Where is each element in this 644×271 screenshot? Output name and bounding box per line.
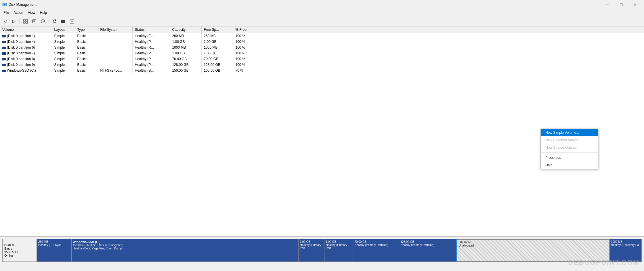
svg-rect-14	[61, 21, 65, 22]
properties-button[interactable]	[30, 17, 38, 25]
svg-rect-15	[61, 22, 65, 23]
col-extra	[256, 26, 644, 33]
cell-layout: Simple	[52, 39, 75, 45]
cell-type: Basic	[75, 50, 98, 56]
cell-layout: Simple	[52, 45, 75, 50]
col-status[interactable]: Status	[132, 26, 170, 33]
volume-icon	[2, 41, 6, 43]
table-row[interactable]: (Disk 0 partition 6) Simple Basic Health…	[0, 45, 644, 50]
menu-help[interactable]: Help	[38, 10, 49, 15]
cell-pctfree: 100 %	[233, 45, 256, 50]
volume-icon	[2, 52, 6, 55]
cell-extra	[256, 56, 644, 62]
partition-p8-size: 1.00 GB	[326, 240, 351, 243]
partition-recovery-size: 1000 MB	[611, 240, 640, 243]
settings-icon	[61, 19, 66, 24]
col-volume[interactable]: Volume	[0, 26, 52, 33]
table-row[interactable]: (Disk 0 partition 8) Simple Basic Health…	[0, 56, 644, 62]
volume-table: Volume Layout Type File System Status Ca…	[0, 26, 644, 73]
context-new-spanned: New Spanned Volume...	[541, 136, 598, 144]
context-new-striped: New Striped Volume...	[541, 144, 598, 151]
show-volume-button[interactable]	[22, 17, 30, 25]
maximize-button[interactable]: □	[615, 1, 628, 9]
menu-view[interactable]: View	[26, 10, 38, 15]
disk-area: Disk 0 Basic 953.85 GB Online 260 MB Hea…	[0, 236, 644, 271]
cell-extra	[256, 39, 644, 45]
cell-free: 128.00 GB	[201, 62, 233, 68]
col-filesystem[interactable]: File System	[98, 26, 132, 33]
cell-filesystem	[98, 45, 132, 50]
minimize-button[interactable]: ─	[601, 1, 614, 9]
partition-p8[interactable]: 1.00 GB Healthy (Primary Part	[324, 239, 353, 262]
refresh-button[interactable]	[51, 17, 59, 25]
volume-icon	[2, 70, 6, 72]
col-capacity[interactable]: Capacity	[170, 26, 201, 33]
partition-70gb[interactable]: 70.00 GB Healthy (Primary Partition)	[353, 239, 399, 262]
title-bar-left: Disk Management	[2, 2, 37, 7]
toolbar: ◁ ▷ ?	[0, 16, 644, 26]
partition-efi-size: 260 MB	[38, 240, 70, 243]
cell-status: Healthy (B...	[132, 68, 170, 73]
table-row[interactable]: (Disk 0 partition 4) Simple Basic Health…	[0, 39, 644, 45]
partition-p7[interactable]: 1.00 GB Healthy (Primary Part	[299, 239, 324, 262]
cell-layout: Simple	[52, 50, 75, 56]
table-row[interactable]: Windows-SSD (C:) Simple Basic NTFS (BitL…	[0, 68, 644, 73]
cell-filesystem	[98, 39, 132, 45]
help-button[interactable]: ?	[39, 17, 47, 25]
svg-rect-13	[61, 20, 65, 21]
close-button[interactable]: ✕	[628, 1, 642, 9]
cell-pctfree: 100 %	[233, 50, 256, 56]
cell-layout: Simple	[52, 68, 75, 73]
main-content: Volume Layout Type File System Status Ca…	[0, 26, 644, 271]
context-help[interactable]: Help	[541, 161, 598, 169]
cell-type: Basic	[75, 33, 98, 39]
table-row[interactable]: (Disk 0 partition 1) Simple Basic Health…	[0, 33, 644, 39]
partition-p7-size: 1.00 GB	[300, 240, 323, 243]
cell-status: Healthy (P...	[132, 39, 170, 45]
menu-file[interactable]: File	[1, 10, 11, 15]
partition-efi[interactable]: 260 MB Healthy (EFI Syst	[37, 239, 72, 262]
svg-rect-4	[26, 19, 28, 21]
partition-windows[interactable]: Windows-SSD (C:) 150.00 GB NTFS (BitLock…	[72, 239, 299, 262]
cell-volume: (Disk 0 partition 6)	[0, 45, 52, 50]
app-title: Disk Management	[9, 3, 37, 7]
svg-point-2	[4, 4, 5, 5]
cell-extra	[256, 45, 644, 50]
partition-70gb-size: 70.00 GB	[354, 240, 398, 243]
cell-capacity: 150.00 GB	[170, 68, 201, 73]
cell-capacity: 260 MB	[170, 33, 201, 39]
col-layout[interactable]: Layout	[52, 26, 75, 33]
cell-pctfree: 100 %	[233, 33, 256, 39]
forward-button[interactable]: ▷	[10, 17, 18, 25]
disk-partitions: 260 MB Healthy (EFI Syst Windows-SSD (C:…	[37, 239, 642, 262]
cell-free: 1.00 GB	[201, 50, 233, 56]
partition-recovery[interactable]: 1000 MB Healthy (Recovery Pa	[610, 239, 641, 262]
volume-icon	[2, 58, 6, 60]
toolbar-sep-1	[20, 18, 20, 24]
cell-free: 1000 MB	[201, 45, 233, 50]
cell-filesystem	[98, 62, 132, 68]
partition-128gb[interactable]: 128.00 GB Healthy (Primary Partition)	[399, 239, 457, 262]
extend-button[interactable]	[68, 17, 76, 25]
svg-rect-7	[33, 20, 36, 23]
partition-unallocated[interactable]: 602.62 GB Unallocated	[457, 239, 610, 262]
cell-pctfree: 100 %	[233, 56, 256, 62]
cell-extra	[256, 50, 644, 56]
col-type[interactable]: Type	[75, 26, 98, 33]
table-row[interactable]: (Disk 0 partition 7) Simple Basic Health…	[0, 50, 644, 56]
context-new-simple[interactable]: New Simple Volume...	[541, 129, 598, 136]
svg-text:?: ?	[42, 20, 44, 23]
cell-filesystem	[98, 56, 132, 62]
settings-button[interactable]	[59, 17, 67, 25]
volume-icon	[2, 35, 6, 37]
partition-70gb-status: Healthy (Primary Partition)	[354, 243, 398, 247]
menu-action[interactable]: Action	[11, 10, 25, 15]
col-pctfree[interactable]: % Free	[233, 26, 256, 33]
col-free[interactable]: Free Sp...	[201, 26, 233, 33]
disk-info: Disk 0 Basic 953.85 GB Online	[2, 239, 37, 262]
table-row[interactable]: (Disk 0 partition 9) Simple Basic Health…	[0, 62, 644, 68]
partition-p8-status: Healthy (Primary Part	[326, 243, 351, 250]
cell-type: Basic	[75, 68, 98, 73]
back-button[interactable]: ◁	[1, 17, 9, 25]
context-properties[interactable]: Properties	[541, 154, 598, 161]
